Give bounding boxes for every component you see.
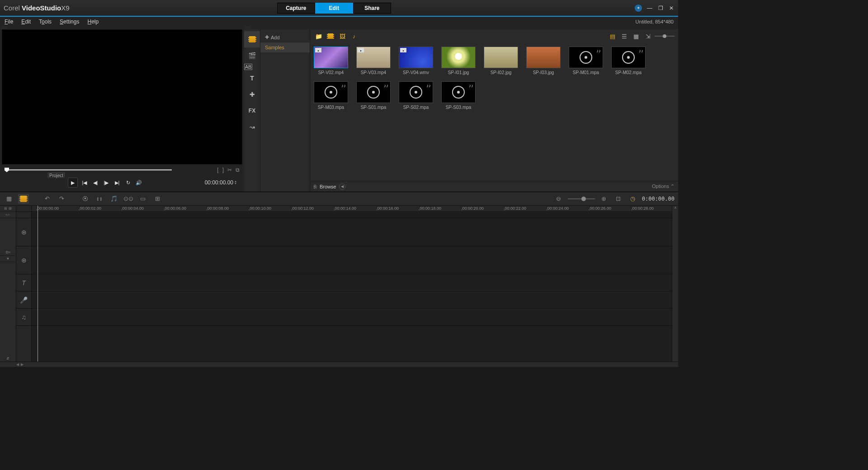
timeline-playhead[interactable]	[38, 206, 38, 362]
undo-icon[interactable]: ↶	[42, 194, 52, 204]
voice-track-icon[interactable]: 🎤	[16, 291, 31, 309]
menu-settings[interactable]: Settings	[60, 19, 79, 25]
menu-tools[interactable]: Tools	[39, 19, 52, 25]
storyboard-view-icon[interactable]: ▦	[4, 194, 14, 204]
timeline-main[interactable]: ,00:00:00.00,00:00:02.00,00:00:04.00,00:…	[32, 206, 672, 362]
auto-music-icon[interactable]: 🎵	[108, 194, 119, 204]
restore-icon[interactable]: ❐	[657, 5, 664, 11]
library-item[interactable]: SP-I01.jpg	[441, 47, 476, 75]
timeline-timecode[interactable]: 0:00:00.00	[642, 196, 675, 202]
view-sort-icon[interactable]: ▤	[608, 32, 618, 41]
library-item[interactable]: ♪♪SP-M03.mpa	[314, 81, 348, 110]
library-item[interactable]: SP-I02.jpg	[484, 47, 518, 75]
library-item[interactable]: ♪♪SP-S02.mpa	[399, 81, 433, 110]
tab-edit[interactable]: Edit	[315, 3, 353, 14]
menu-edit[interactable]: Edit	[21, 19, 31, 25]
video-track-icon[interactable]: ⊛	[16, 218, 31, 246]
marker-strip[interactable]	[32, 212, 672, 218]
music-track[interactable]	[32, 309, 672, 326]
import-folder-icon[interactable]: 📁	[314, 32, 324, 41]
cat-transition[interactable]: AB	[244, 64, 252, 70]
overlay-track[interactable]	[32, 246, 672, 274]
timecode-spinner[interactable]: ▲▼	[234, 180, 237, 185]
music-track-icon[interactable]: ♫	[16, 309, 31, 326]
library-item[interactable]: ▸SP-V04.wmv	[399, 47, 433, 75]
cat-instant-project[interactable]: 🎬	[244, 47, 260, 64]
go-start-button[interactable]: |◀	[80, 179, 89, 187]
subtitle-icon[interactable]: ▭	[137, 194, 148, 204]
tab-capture[interactable]: Capture	[277, 3, 315, 14]
track-manager-icon[interactable]: ⚙≡	[0, 249, 16, 256]
browse-button[interactable]: Browse	[320, 184, 336, 189]
thumb-size-slider[interactable]	[655, 36, 675, 37]
overlay-track-icon[interactable]: ⊛	[16, 246, 31, 274]
timeline-view-icon[interactable]	[18, 194, 29, 204]
volume-button[interactable]: 🔊	[135, 179, 143, 187]
tree-item-samples[interactable]: Samples	[260, 42, 310, 52]
zoom-in-icon[interactable]: ⊕	[599, 194, 609, 204]
audio-mixer-icon[interactable]: ⫾⫾	[94, 194, 105, 204]
minimize-icon[interactable]: —	[646, 5, 653, 11]
cat-path[interactable]: ↝	[244, 119, 260, 135]
close-icon[interactable]: ✕	[668, 5, 675, 11]
view-grid-icon[interactable]: ▦	[631, 32, 641, 41]
next-frame-button[interactable]: |▶	[102, 179, 110, 187]
cat-graphic[interactable]: ✚	[244, 86, 260, 103]
split-icon[interactable]: ✂	[227, 167, 232, 173]
library-item[interactable]: ♪♪SP-M02.mpa	[611, 47, 646, 75]
filter-photo-icon[interactable]: 🖼	[337, 32, 347, 41]
menu-file[interactable]: File	[5, 19, 13, 25]
title-track-icon[interactable]: T	[16, 274, 31, 291]
cat-media[interactable]	[244, 31, 260, 47]
tab-share[interactable]: Share	[353, 3, 391, 14]
filter-audio-icon[interactable]: ♪	[349, 32, 359, 41]
tree-add[interactable]: ✚Add	[260, 32, 310, 42]
library-item[interactable]: SP-I03.jpg	[526, 47, 561, 75]
collapse-tree-icon[interactable]: ◀	[339, 183, 345, 190]
track-header-toggle-icon[interactable]: ⊞ ⊞	[0, 206, 16, 212]
scroll-up-icon[interactable]: ∧	[674, 206, 677, 212]
snapshot-icon[interactable]: ⧉	[236, 167, 240, 173]
play-button[interactable]: ▶	[68, 178, 78, 188]
preview-timecode[interactable]: 00:00:00.00	[205, 179, 233, 186]
clock-icon[interactable]: ◷	[627, 194, 638, 204]
view-list-icon[interactable]: ☰	[619, 32, 629, 41]
preview-scrubber[interactable]	[5, 169, 172, 170]
menu-help[interactable]: Help	[87, 19, 99, 25]
lib-settings-icon[interactable]: ⇲	[643, 32, 653, 41]
zoom-out-icon[interactable]: ⊖	[553, 194, 564, 204]
scrub-playhead[interactable]	[5, 168, 9, 172]
library-item[interactable]: ♪♪SP-S03.mpa	[441, 81, 476, 110]
fit-project-icon[interactable]: ⊡	[613, 194, 624, 204]
track-motion-icon[interactable]: ⊙⊙	[123, 194, 134, 204]
redo-icon[interactable]: ↷	[56, 194, 67, 204]
library-item[interactable]: ♪♪SP-M01.mpa	[569, 47, 603, 75]
add-track-icon[interactable]: ⇵	[0, 355, 16, 362]
library-item[interactable]: ▸SP-V02.mp4	[314, 47, 348, 75]
filter-video-icon[interactable]	[326, 32, 335, 41]
mark-out-icon[interactable]: ]	[222, 167, 224, 173]
marker-row-icon[interactable]: +/−	[0, 212, 16, 218]
prev-frame-button[interactable]: ◀|	[91, 179, 99, 187]
mark-in-icon[interactable]: [	[217, 167, 218, 173]
go-end-button[interactable]: ▶|	[113, 179, 121, 187]
library-item[interactable]: ♪♪SP-S01.mpa	[356, 81, 391, 110]
video-track[interactable]	[32, 218, 672, 246]
library-item[interactable]: ▸SP-V03.mp4	[356, 47, 391, 75]
expand-tracks-icon[interactable]: ▼	[0, 256, 16, 262]
repeat-button[interactable]: ↻	[124, 179, 132, 187]
timeline-scrollbar[interactable]: ◀▶	[0, 362, 678, 367]
voice-track[interactable]	[32, 291, 672, 309]
multicam-icon[interactable]: ⊞	[152, 194, 163, 204]
project-clip-toggle[interactable]: Project	[48, 173, 65, 178]
cat-title[interactable]: T	[244, 70, 260, 86]
record-icon[interactable]: ⦿	[80, 194, 90, 204]
zoom-slider[interactable]	[568, 198, 595, 199]
title-track[interactable]	[32, 274, 672, 291]
browse-icon[interactable]: ⎘	[314, 184, 317, 189]
options-button[interactable]: Options ⌃	[652, 183, 675, 189]
help-globe-icon[interactable]: ✦	[635, 5, 642, 12]
timeline-ruler[interactable]: ,00:00:00.00,00:00:02.00,00:00:04.00,00:…	[32, 206, 672, 212]
cat-filter[interactable]: FX	[244, 103, 260, 119]
preview-viewport[interactable]	[2, 29, 242, 164]
